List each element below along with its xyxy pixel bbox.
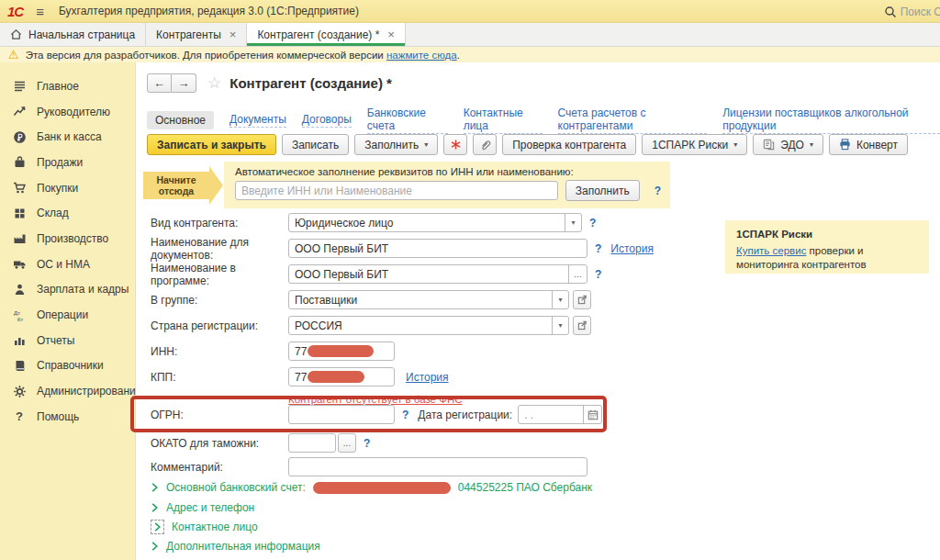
ogrn-input[interactable] [288,405,395,424]
envelope-print-button[interactable]: Конверт [829,134,908,155]
okato-input[interactable] [288,433,336,453]
close-icon[interactable]: × [229,28,237,41]
truck-icon [12,257,27,272]
book-icon [12,358,27,373]
tab-home[interactable]: Начальная страница [0,23,146,46]
edo-button[interactable]: ЭДО▾ [753,134,823,155]
help-link[interactable]: ? [595,268,601,281]
save-button[interactable]: Записать [282,134,349,155]
chevron-down-icon: ▾ [424,140,428,149]
naimenovanie-prog-input[interactable]: ООО Первый БИТ ... [288,264,588,284]
sidebar-item-spravochniki[interactable]: Справочники [0,353,135,379]
chevron-right-icon [153,521,162,532]
favorite-star-icon[interactable]: ☆ [207,73,221,93]
sidebar-item-operacii[interactable]: ДтКт Операции [0,302,135,328]
nav-tab-contacts[interactable]: Контактные лица [464,106,543,134]
nav-tab-settlement-accounts[interactable]: Счета расчетов с контрагентами [558,106,708,134]
history-link[interactable]: История [610,242,654,255]
sidebar-item-rukovoditelyu[interactable]: Руководителю [0,99,135,125]
help-link[interactable]: ? [402,409,408,421]
sidebar-item-os-i-nma[interactable]: ОС и НМА [0,252,135,277]
naimenovanie-dok-input[interactable]: ООО Первый БИТ [288,239,588,258]
paperclip-icon [479,139,491,151]
fns-warning-link[interactable]: Контрагент отсутствует в базе ФНС [288,394,463,405]
spark-risks-button[interactable]: 1СПАРК Риски▾ [642,134,747,155]
inn-or-name-input[interactable] [235,181,558,200]
buy-service-link[interactable]: Купить сервис [736,245,806,256]
fill-menu-button[interactable]: Заполнить▾ [354,134,438,155]
help-link[interactable]: ? [595,242,601,255]
sidebar-label: Справочники [37,359,104,372]
kpp-input[interactable]: 77 [288,367,395,386]
nav-tab-dogovory[interactable]: Договоры [302,113,352,128]
strana-select[interactable]: РОССИЯ ▾ [288,316,569,335]
history-link[interactable]: История [406,371,449,384]
spark-asterisk-button[interactable] [443,134,467,155]
sidebar-item-otchety[interactable]: Отчеты [0,328,135,353]
person-icon [12,282,27,297]
sidebar-item-pokupki[interactable]: Покупки [0,175,135,201]
open-item-button[interactable] [573,290,591,309]
sidebar-item-prodazhi[interactable]: Продажи [0,150,135,175]
factory-icon [12,231,27,246]
section-bank-account[interactable]: Основной банковский счет: 044525225 ПАО … [151,479,592,496]
comment-input[interactable] [288,457,588,476]
chevron-right-icon [151,482,159,493]
chevron-down-icon[interactable]: ▾ [552,317,568,334]
buy-version-link[interactable]: нажмите сюда [386,50,457,61]
tab-kontragenty[interactable]: Контрагенты × [146,23,247,46]
attachments-button[interactable] [473,134,497,155]
gruppa-select[interactable]: Поставщики ▾ [288,290,569,309]
field-label: ОГРН: [151,409,288,421]
check-counterparty-button[interactable]: Проверка контрагента [502,134,636,155]
field-value: Юридическое лицо [289,214,565,231]
save-and-close-button[interactable]: Записать и закрыть [147,134,276,155]
close-icon[interactable]: × [387,28,395,41]
dev-version-warning: ⚠ Эта версия для разработчиков. Для прио… [0,47,940,62]
inn-input[interactable]: 77 [288,342,395,361]
start-here-label: Начните отсюда [143,172,209,199]
back-button[interactable]: ← [147,73,172,93]
dt-kt-icon: ДтКт [12,308,27,322]
vid-kontragenta-select[interactable]: Юридическое лицо ▾ [288,213,582,232]
sidebar-item-sklad[interactable]: Склад [0,200,135,226]
arrow-head-icon [209,166,223,205]
autofill-fill-button[interactable]: Заполнить [565,180,640,201]
edo-docs-icon [763,139,775,151]
sidebar-label: Банк и касса [37,130,102,143]
section-contact-person[interactable]: Контактное лицо [151,519,258,535]
help-link[interactable]: ? [589,217,596,230]
forward-button[interactable]: → [172,73,196,93]
main-menu-icon[interactable]: ≡ [36,5,44,18]
ellipsis-picker-button[interactable]: ... [338,433,356,453]
row-kpp: КПП: 77 История [151,367,449,386]
tab-kontragent-create[interactable]: Контрагент (создание) * × [247,23,406,46]
sidebar-item-proizvodstvo[interactable]: Производство [0,226,135,252]
sidebar-item-pomoshch[interactable]: ? Помощь [0,404,135,430]
open-item-button[interactable] [573,316,591,335]
sidebar-item-zarplata[interactable]: Зарплата и кадры [0,277,135,303]
sidebar-label: Склад [37,207,69,219]
registration-date-input[interactable]: . . [518,405,602,424]
date-label: Дата регистрации: [418,409,512,421]
nav-tab-bank-accounts[interactable]: Банковские счета [367,106,448,134]
section-address-phone[interactable]: Адрес и телефон [151,499,254,516]
calendar-icon[interactable] [583,406,601,423]
autofill-label: Автоматическое заполнение реквизитов по … [235,166,661,177]
nav-tab-dokumenty[interactable]: Документы [229,113,286,128]
nav-tab-alcohol-licenses[interactable]: Лицензии поставщиков алкогольной продукц… [722,106,940,134]
chevron-down-icon[interactable]: ▾ [565,214,581,231]
warning-icon: ⚠ [8,49,19,61]
sidebar-item-glavnoe[interactable]: Главное [0,73,135,99]
chevron-down-icon[interactable]: ▾ [552,291,568,308]
help-link[interactable]: ? [364,437,370,450]
sidebar-label: Администрирование [37,385,141,398]
chevron-right-icon [151,541,159,552]
help-link[interactable]: ? [655,185,661,197]
section-additional-info[interactable]: Дополнительная информация [151,538,320,554]
sidebar-item-administrirovanie[interactable]: Администрирование [0,378,135,404]
ellipsis-picker-icon[interactable]: ... [568,265,587,283]
global-search[interactable]: Поиск C [878,0,940,23]
sidebar-item-bank-i-kassa[interactable]: Банк и касса [0,124,135,150]
nav-tab-osnovnoe[interactable]: Основное [147,111,214,129]
